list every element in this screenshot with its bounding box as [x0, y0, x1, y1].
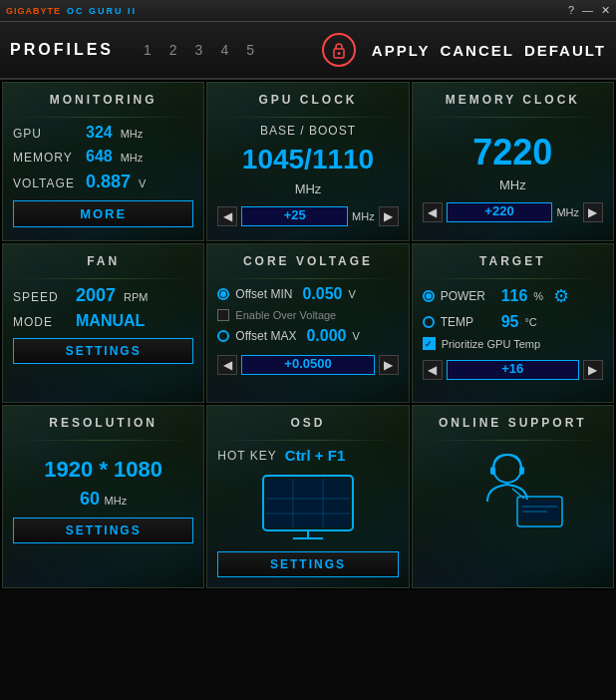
- memory-clock-unit: MHz: [423, 177, 603, 192]
- resolution-title: RESOLUTION: [13, 416, 193, 430]
- temp-radio[interactable]: [423, 316, 435, 328]
- lock-icon[interactable]: [322, 33, 356, 67]
- offset-min-radio[interactable]: [217, 288, 229, 300]
- apply-button[interactable]: APPLY: [372, 42, 431, 59]
- memory-clock-title: MEMORY CLOCK: [423, 93, 603, 107]
- profile-3[interactable]: 3: [195, 42, 203, 58]
- resolution-value: 1920 * 1080: [13, 457, 193, 483]
- core-voltage-offset[interactable]: +0.0500: [241, 355, 374, 375]
- memory-clock-offset[interactable]: +220: [447, 202, 553, 222]
- prioritize-checkbox[interactable]: ✓: [423, 337, 436, 350]
- core-voltage-title: CORE VOLTAGE: [217, 254, 398, 268]
- voltage-unit: V: [139, 177, 146, 189]
- osd-monitor-icon: [258, 474, 358, 543]
- svg-rect-14: [520, 500, 559, 522]
- online-support-icon: [453, 447, 572, 536]
- profiles-label: PROFILES: [10, 41, 114, 59]
- cancel-button[interactable]: CANCEL: [440, 42, 514, 59]
- offset-min-row: Offset MIN 0.050 V: [217, 285, 398, 303]
- memory-unit: MHz: [121, 152, 144, 164]
- offset-max-row: Offset MAX 0.000 V: [217, 327, 398, 345]
- memory-label: MEMORY: [13, 151, 78, 165]
- fan-mode-value: MANUAL: [76, 312, 145, 330]
- target-inc[interactable]: ▶: [583, 360, 603, 380]
- offset-max-unit: V: [353, 330, 360, 342]
- fan-speed-unit: RPM: [124, 291, 148, 303]
- resolution-panel: RESOLUTION 1920 * 1080 60 MHz SETTINGS: [2, 405, 204, 588]
- voltage-value: 0.887: [86, 172, 131, 192]
- resolution-freq-unit: MHz: [105, 495, 128, 507]
- osd-panel: OSD HOT KEY Ctrl + F1 SETTINGS: [206, 405, 409, 588]
- gpu-clock-offset[interactable]: +25: [241, 206, 348, 226]
- voltage-label: VOLTAGE: [13, 176, 78, 190]
- profile-2[interactable]: 2: [169, 42, 177, 58]
- gpu-unit: MHz: [121, 128, 144, 140]
- fan-speed-label: SPEED: [13, 290, 68, 304]
- gpu-clock-stepper: ◀ +25 MHz ▶: [217, 206, 398, 226]
- osd-hotkey-row: HOT KEY Ctrl + F1: [217, 447, 398, 464]
- offset-max-radio[interactable]: [217, 330, 229, 342]
- memory-clock-dec[interactable]: ◀: [423, 202, 443, 222]
- target-dec[interactable]: ◀: [423, 360, 443, 380]
- close-button[interactable]: ✕: [601, 4, 610, 17]
- fan-mode-label: MODE: [13, 315, 68, 329]
- memory-clock-offset-unit: MHz: [556, 206, 579, 218]
- target-offset[interactable]: +16: [447, 360, 579, 380]
- profile-4[interactable]: 4: [220, 42, 228, 58]
- fan-mode-row: MODE MANUAL: [13, 312, 193, 330]
- enable-over-row: Enable Over Voltage: [217, 309, 398, 321]
- osd-title: OSD: [217, 416, 398, 430]
- gpu-label: GPU: [13, 127, 78, 141]
- enable-over-checkbox[interactable]: [217, 309, 229, 321]
- profile-numbers: 1 2 3 4 5: [144, 42, 254, 58]
- gpu-clock-dec[interactable]: ◀: [217, 206, 237, 226]
- power-row: POWER 116 % ⚙: [423, 285, 603, 307]
- title-bar: GIGABYTE OC GURU II ? — ✕: [0, 0, 616, 22]
- memory-clock-inc[interactable]: ▶: [583, 202, 603, 222]
- online-support-title: ONLINE SUPPORT: [423, 416, 603, 430]
- profile-5[interactable]: 5: [246, 42, 254, 58]
- help-button[interactable]: ?: [568, 4, 574, 17]
- app-logo: GIGABYTE: [6, 6, 61, 16]
- profile-1[interactable]: 1: [144, 42, 152, 58]
- temp-unit: °C: [524, 316, 536, 328]
- temp-value: 95: [501, 313, 519, 331]
- osd-hotkey-value: Ctrl + F1: [285, 447, 345, 464]
- target-stepper: ◀ +16 ▶: [423, 360, 603, 380]
- core-voltage-dec[interactable]: ◀: [217, 355, 237, 375]
- resolution-freq: 60: [80, 489, 100, 509]
- offset-max-label: Offset MAX: [235, 329, 296, 343]
- memory-value: 648: [86, 148, 113, 166]
- monitoring-title: MONITORING: [13, 93, 193, 107]
- online-support-panel: ONLINE SUPPORT: [412, 405, 614, 588]
- minimize-button[interactable]: —: [582, 4, 593, 17]
- fan-settings-button[interactable]: SETTINGS: [13, 338, 193, 364]
- voltage-row: VOLTAGE 0.887 V: [13, 172, 193, 192]
- fan-speed-row: SPEED 2007 RPM: [13, 285, 193, 306]
- core-voltage-inc[interactable]: ▶: [379, 355, 399, 375]
- title-bar-left: GIGABYTE OC GURU II: [6, 6, 137, 16]
- offset-min-label: Offset MIN: [235, 287, 292, 301]
- default-button[interactable]: DEFAULT: [524, 42, 606, 59]
- prioritize-label: Prioritize GPU Temp: [442, 338, 540, 350]
- gpu-clock-inc[interactable]: ▶: [379, 206, 399, 226]
- top-nav: PROFILES 1 2 3 4 5 APPLY CANCEL DEFAULT: [0, 22, 616, 80]
- memory-clock-value: 7220: [423, 132, 603, 174]
- memory-clock-panel: MEMORY CLOCK 7220 MHz ◀ +220 MHz ▶: [412, 82, 614, 241]
- gpu-clock-unit: MHz: [217, 181, 398, 196]
- resolution-settings-button[interactable]: SETTINGS: [13, 518, 193, 543]
- gpu-clock-offset-unit: MHz: [352, 210, 375, 222]
- gpu-row: GPU 324 MHz: [13, 124, 193, 142]
- svg-rect-3: [266, 479, 350, 527]
- more-button[interactable]: MORE: [13, 200, 193, 227]
- title-bar-controls: ? — ✕: [568, 4, 610, 17]
- target-panel: TARGET POWER 116 % ⚙ TEMP 95 °C ✓ Priori…: [412, 243, 614, 403]
- power-unit: %: [533, 290, 543, 302]
- osd-hotkey-label: HOT KEY: [217, 449, 276, 463]
- temp-row: TEMP 95 °C: [423, 313, 603, 331]
- temp-label: TEMP: [441, 315, 495, 329]
- nav-buttons: APPLY CANCEL DEFAULT: [372, 42, 606, 59]
- osd-settings-button[interactable]: SETTINGS: [217, 551, 398, 577]
- power-radio[interactable]: [423, 290, 435, 302]
- prioritize-row: ✓ Prioritize GPU Temp: [423, 337, 603, 350]
